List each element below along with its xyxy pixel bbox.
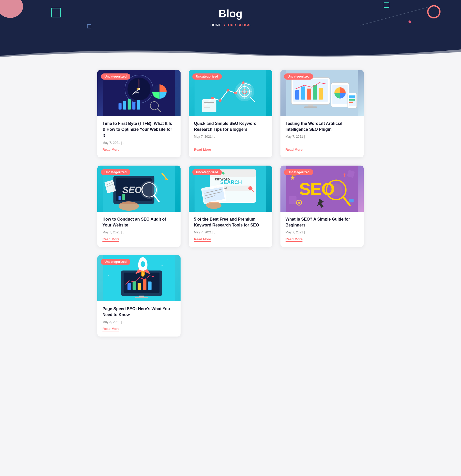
blog-card: Uncategorized xyxy=(280,70,364,157)
blog-main: Uncategorized 90 /100 Time to First Byte… xyxy=(92,70,369,337)
blog-card: Uncategorized 90 /100 Time to First Byte… xyxy=(97,70,181,157)
svg-point-18 xyxy=(227,89,229,92)
card-meta: May 7, 2021 | , xyxy=(194,135,267,138)
card-meta: May 7, 2021 | , xyxy=(194,231,267,234)
deco-square2 xyxy=(384,2,389,8)
blog-card: Uncategorized SEARCH keyword... KEYWORD xyxy=(189,166,272,247)
svg-text:SEO: SEO xyxy=(122,185,142,195)
svg-rect-107 xyxy=(128,283,131,290)
card-meta: May 7, 2021 | , xyxy=(102,231,175,234)
svg-rect-110 xyxy=(143,279,146,290)
read-more-link[interactable]: Read More xyxy=(102,237,119,242)
card-image-wrap: Uncategorized SEO xyxy=(97,166,181,212)
card-body: Time to First Byte (TTFB): What It Is & … xyxy=(97,116,181,157)
svg-rect-58 xyxy=(119,196,121,200)
svg-rect-10 xyxy=(137,100,140,110)
card-body: Quick and Simple SEO Keyword Research Ti… xyxy=(189,116,272,157)
svg-point-83 xyxy=(206,202,222,209)
svg-rect-9 xyxy=(132,102,135,110)
svg-text:★: ★ xyxy=(290,175,295,181)
svg-point-63 xyxy=(119,201,139,211)
svg-text:90: 90 xyxy=(137,88,140,91)
card-body: Testing the WordLift Artificial Intellig… xyxy=(280,116,364,157)
deco-square3 xyxy=(87,24,91,28)
svg-rect-38 xyxy=(307,89,311,100)
read-more-link[interactable]: Read More xyxy=(194,148,211,152)
card-body: Page Speed SEO: Here's What You Need to … xyxy=(97,301,181,337)
card-body: 5 of the Best Free and Premium Keyword R… xyxy=(189,212,272,247)
card-meta: May 7, 2021 | , xyxy=(286,231,359,234)
card-image-wrap: Uncategorized xyxy=(280,70,364,116)
deco-pink-blob xyxy=(0,0,23,18)
card-image-wrap: Uncategorized 90 /100 xyxy=(97,70,181,116)
svg-rect-109 xyxy=(138,283,141,290)
page-header: Blog HOME / OUR BLOGS xyxy=(0,0,461,42)
deco-circle xyxy=(427,5,441,18)
svg-point-16 xyxy=(211,97,214,99)
card-title: Quick and Simple SEO Keyword Research Ti… xyxy=(194,121,267,132)
svg-rect-29 xyxy=(202,99,216,112)
category-badge: Uncategorized xyxy=(192,169,222,175)
blog-card: Uncategorized Quick and Simple SEO Key xyxy=(189,70,272,157)
read-more-link[interactable]: Read More xyxy=(102,148,119,152)
blog-grid: Uncategorized 90 /100 Time to First Byte… xyxy=(97,70,364,337)
svg-text:+: + xyxy=(342,171,346,178)
svg-rect-40 xyxy=(319,88,323,100)
blog-card: Uncategorized SEO How to Conduct an SEO … xyxy=(97,166,181,247)
card-title: Page Speed SEO: Here's What You Need to … xyxy=(102,306,175,318)
svg-rect-36 xyxy=(295,90,299,100)
card-meta: May 7, 2021 | , xyxy=(102,141,175,145)
svg-point-103 xyxy=(167,258,167,259)
read-more-link[interactable]: Read More xyxy=(286,148,302,152)
svg-point-102 xyxy=(162,265,163,266)
deco-line xyxy=(360,5,434,26)
svg-rect-49 xyxy=(349,99,355,101)
category-badge: Uncategorized xyxy=(101,259,130,265)
card-title: What is SEO? A Simple Guide for Beginner… xyxy=(286,216,359,228)
card-meta: May 3, 2021 | , xyxy=(102,320,175,324)
svg-rect-7 xyxy=(123,101,126,110)
category-badge: Uncategorized xyxy=(101,169,130,175)
svg-rect-39 xyxy=(313,85,317,100)
blog-card: Uncategorized SEO ✉ + ★ What is SEO? A S… xyxy=(280,166,364,247)
category-badge: Uncategorized xyxy=(284,169,313,175)
read-more-link[interactable]: Read More xyxy=(194,237,211,242)
category-badge: Uncategorized xyxy=(101,73,130,80)
read-more-link[interactable]: Read More xyxy=(286,237,302,242)
breadcrumb-sep: / xyxy=(224,23,225,27)
category-badge: Uncategorized xyxy=(192,73,222,80)
card-image-wrap: Uncategorized xyxy=(189,70,272,116)
svg-rect-48 xyxy=(349,95,355,98)
svg-rect-119 xyxy=(135,297,148,298)
blog-card: Uncategorized xyxy=(97,255,181,337)
svg-point-17 xyxy=(219,99,222,102)
svg-rect-111 xyxy=(148,282,152,290)
svg-text:KEYWORD: KEYWORD xyxy=(215,178,230,181)
deco-dot1 xyxy=(408,20,411,23)
svg-rect-59 xyxy=(122,194,125,200)
breadcrumb-current: OUR BLOGS xyxy=(228,23,251,27)
svg-rect-37 xyxy=(301,86,305,100)
card-body: How to Conduct an SEO Audit of Your Webs… xyxy=(97,212,181,247)
svg-point-55 xyxy=(140,181,158,199)
svg-point-89 xyxy=(330,183,342,196)
card-image-wrap: Uncategorized xyxy=(97,255,181,301)
card-title: Time to First Byte (TTFB): What It Is & … xyxy=(102,121,175,138)
card-body: What is SEO? A Simple Guide for Beginner… xyxy=(280,212,364,247)
card-title: 5 of the Best Free and Premium Keyword R… xyxy=(194,216,267,228)
card-meta: May 7, 2021 | , xyxy=(286,135,359,138)
svg-rect-42 xyxy=(304,106,317,108)
svg-rect-94 xyxy=(349,199,353,202)
svg-rect-6 xyxy=(119,103,122,110)
breadcrumb: HOME / OUR BLOGS xyxy=(211,23,251,27)
wave-divider xyxy=(0,42,461,60)
read-more-link[interactable]: Read More xyxy=(102,327,119,331)
page-title: Blog xyxy=(218,8,242,20)
card-title: Testing the WordLift Artificial Intellig… xyxy=(286,121,359,132)
breadcrumb-home[interactable]: HOME xyxy=(211,23,222,27)
svg-point-96 xyxy=(298,202,300,204)
svg-point-117 xyxy=(142,272,144,276)
svg-text:/100: /100 xyxy=(134,91,139,94)
card-image-wrap: Uncategorized SEARCH keyword... KEYWORD xyxy=(189,166,272,212)
card-image-wrap: Uncategorized SEO ✉ + ★ xyxy=(280,166,364,212)
